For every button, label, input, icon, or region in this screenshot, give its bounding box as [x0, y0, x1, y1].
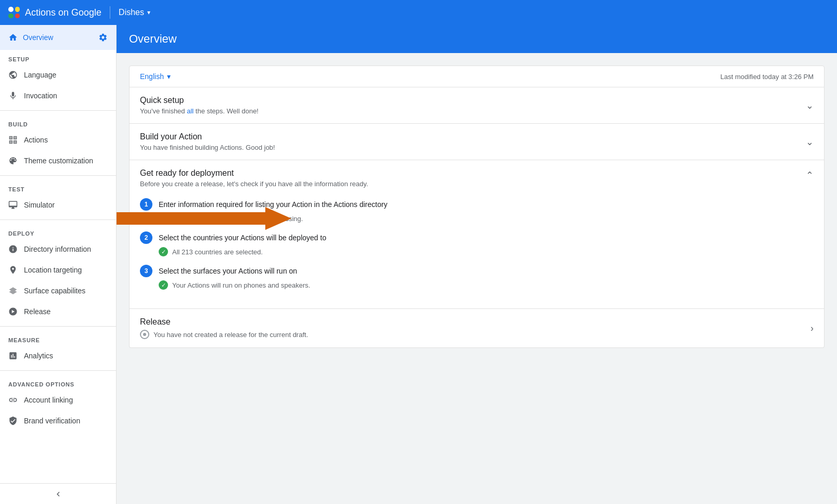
step-3-status-text: Your Actions will run on phones and spea… — [172, 281, 310, 289]
deployment-steps: 1 Enter information required for listing… — [130, 194, 824, 308]
quick-setup-highlight: all — [187, 107, 194, 115]
step-2-status-text: All 213 countries are selected. — [172, 248, 263, 256]
globe-icon — [8, 70, 18, 80]
surface-capabilities-label: Surface capabilites — [24, 287, 85, 295]
step-1-row: 1 Enter information required for listing… — [140, 198, 814, 211]
dot-green — [8, 14, 14, 19]
deployment-step-2: 2 Select the countries your Actions will… — [140, 231, 814, 256]
step-1-sub: ! Hmm, some required fields are still mi… — [140, 214, 814, 223]
project-dropdown-arrow-icon: ▾ — [147, 9, 150, 16]
step-1-text: Enter information required for listing y… — [159, 200, 388, 209]
quick-setup-chevron-icon: ⌄ — [806, 100, 814, 111]
quick-setup-card: Quick setup You've finished all the step… — [129, 87, 825, 124]
quick-setup-left: Quick setup You've finished all the step… — [140, 96, 259, 115]
sidebar-item-overview[interactable]: Overview — [0, 25, 116, 50]
palette-icon — [8, 156, 18, 165]
measure-section-label: MEASURE — [0, 331, 116, 345]
chart-icon — [8, 351, 18, 360]
quick-setup-header[interactable]: Quick setup You've finished all the step… — [130, 87, 824, 123]
divider-3 — [0, 219, 116, 220]
release-card[interactable]: Release You have not created a release f… — [129, 309, 825, 348]
link-icon — [8, 395, 18, 405]
step-2-row: 2 Select the countries your Actions will… — [140, 231, 814, 244]
directory-information-label: Directory information — [24, 245, 91, 253]
release-card-left: Release You have not created a release f… — [140, 317, 308, 339]
divider-2 — [0, 175, 116, 176]
location-icon — [8, 265, 18, 275]
content-area: Overview English ▾ Last modified today a… — [117, 25, 837, 504]
location-targeting-label: Location targeting — [24, 266, 82, 274]
release-sub: You have not created a release for the c… — [140, 330, 308, 339]
divider-4 — [0, 326, 116, 327]
project-selector[interactable]: Dishes ▾ — [119, 8, 150, 17]
build-section-label: BUILD — [0, 115, 116, 130]
monitor-icon — [8, 200, 18, 210]
deploy-section-label: DEPLOY — [0, 224, 116, 239]
success-icon-2: ✓ — [159, 280, 168, 290]
sidebar-item-analytics[interactable]: Analytics — [0, 345, 116, 366]
language-selector[interactable]: English ▾ — [140, 72, 171, 81]
advanced-section-label: ADVANCED OPTIONS — [0, 375, 116, 390]
test-section-label: TEST — [0, 180, 116, 195]
topbar: Actions on Google Dishes ▾ — [0, 0, 837, 25]
release-title: Release — [140, 317, 308, 327]
brand-verification-label: Brand verification — [24, 417, 80, 425]
page-title: Overview — [129, 32, 177, 45]
settings-icon[interactable] — [98, 33, 108, 42]
build-action-header[interactable]: Build your Action You have finished buil… — [130, 124, 824, 160]
topbar-divider — [110, 6, 110, 19]
sidebar-item-release[interactable]: Release — [0, 301, 116, 322]
sidebar-collapse-button[interactable] — [0, 483, 116, 504]
theme-label: Theme customization — [24, 157, 93, 165]
dot-red — [15, 14, 20, 19]
dot-white — [8, 7, 14, 12]
deployment-header-left: Get ready for deployment Before you crea… — [140, 169, 368, 188]
check-circle-icon — [8, 416, 18, 425]
mic-icon — [8, 91, 18, 100]
step-1-status-text: Hmm, some required fields are still miss… — [172, 215, 303, 223]
home-icon — [8, 33, 18, 42]
simulator-label: Simulator — [24, 201, 55, 209]
sidebar-item-surface-capabilities[interactable]: Surface capabilites — [0, 280, 116, 301]
sidebar-item-location-targeting[interactable]: Location targeting — [0, 260, 116, 280]
release-chevron-icon: › — [810, 323, 814, 334]
invocation-label: Invocation — [24, 92, 57, 100]
build-action-left: Build your Action You have finished buil… — [140, 132, 275, 151]
layers-icon — [8, 286, 18, 295]
release-desc: You have not created a release for the c… — [153, 331, 308, 339]
sidebar-item-theme[interactable]: Theme customization — [0, 150, 116, 171]
step-3-number: 3 — [140, 265, 152, 277]
setup-section-label: SETUP — [0, 50, 116, 64]
sidebar-item-simulator[interactable]: Simulator — [0, 195, 116, 215]
app-logo: Actions on Google — [8, 7, 101, 18]
sidebar-item-language[interactable]: Language — [0, 64, 116, 85]
deployment-card: Get ready for deployment Before you crea… — [129, 160, 825, 309]
language-dropdown-icon: ▾ — [167, 72, 171, 81]
divider-5 — [0, 370, 116, 371]
sidebar-item-directory-information[interactable]: Directory information — [0, 239, 116, 260]
main-layout: Overview SETUP Language Invocation BUILD — [0, 25, 837, 504]
info-circle-icon — [8, 244, 18, 254]
analytics-label: Analytics — [24, 352, 53, 360]
deployment-title: Get ready for deployment — [140, 169, 368, 178]
language-label: Language — [24, 71, 56, 79]
release-status-icon — [140, 330, 149, 339]
deployment-step-1: 1 Enter information required for listing… — [140, 198, 814, 223]
sidebar-item-brand-verification[interactable]: Brand verification — [0, 410, 116, 431]
language-value: English — [140, 72, 164, 81]
sidebar-item-invocation[interactable]: Invocation — [0, 85, 116, 106]
release-label: Release — [24, 307, 50, 316]
account-linking-label: Account linking — [24, 396, 73, 404]
build-action-desc: You have finished building Actions. Good… — [140, 144, 275, 151]
build-action-title: Build your Action — [140, 132, 275, 141]
actions-label: Actions — [24, 136, 48, 144]
quick-setup-title: Quick setup — [140, 96, 259, 105]
build-action-card: Build your Action You have finished buil… — [129, 124, 825, 160]
success-icon-1: ✓ — [159, 247, 168, 256]
step-1-number: 1 — [140, 198, 152, 211]
sidebar-item-account-linking[interactable]: Account linking — [0, 390, 116, 410]
quick-setup-desc: You've finished all the steps. Well done… — [140, 107, 259, 115]
sidebar: Overview SETUP Language Invocation BUILD — [0, 25, 117, 504]
google-dots-icon — [8, 7, 20, 18]
sidebar-item-actions[interactable]: Actions — [0, 130, 116, 150]
